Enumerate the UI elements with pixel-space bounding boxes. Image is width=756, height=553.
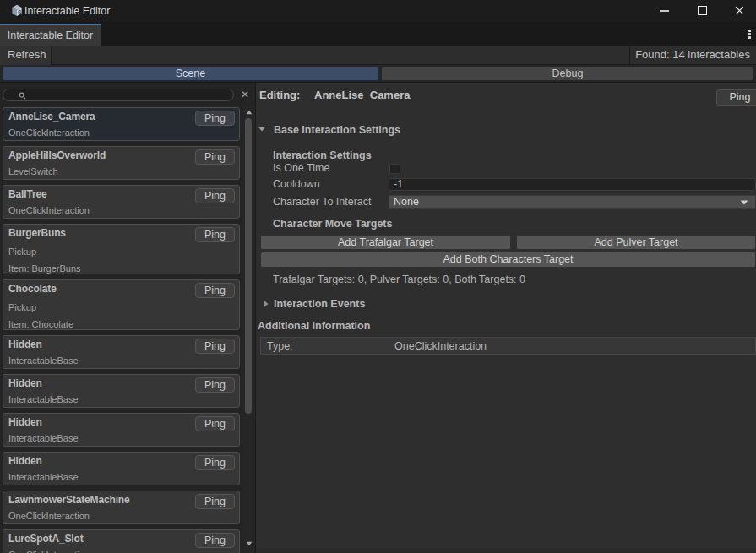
svg-text:6: 6 (18, 8, 21, 16)
